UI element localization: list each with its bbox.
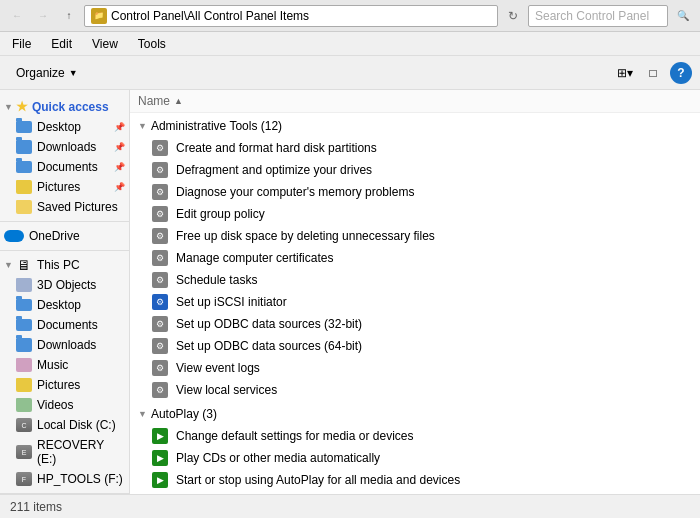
sidebar-hp-tools-f-label: HP_TOOLS (F:)	[37, 472, 123, 486]
item-diagnose-memory[interactable]: ⚙ Diagnose your computer's memory proble…	[130, 181, 700, 203]
sidebar-item-local-disk-c[interactable]: C Local Disk (C:)	[0, 415, 129, 435]
sidebar-item-music[interactable]: Music	[0, 355, 129, 375]
sidebar-item-pictures-quick[interactable]: Pictures 📌	[0, 177, 129, 197]
menu-file[interactable]: File	[8, 35, 35, 53]
sidebar-videos-label: Videos	[37, 398, 73, 412]
content-header: Name ▲	[130, 90, 700, 113]
item-odbc-32[interactable]: ⚙ Set up ODBC data sources (32-bit)	[130, 313, 700, 335]
sidebar-item-pictures-pc[interactable]: Pictures	[0, 375, 129, 395]
content-area: Name ▲ ▼ Administrative Tools (12) ⚙ Cre…	[130, 90, 700, 494]
local-services-tool-icon: ⚙	[152, 382, 168, 398]
item-change-defaults-label: Change default settings for media or dev…	[176, 429, 413, 443]
address-bar[interactable]: 📁 Control Panel\All Control Panel Items	[84, 5, 498, 27]
free-disk-tool-icon: ⚙	[152, 228, 168, 244]
item-create-format-label: Create and format hard disk partitions	[176, 141, 377, 155]
search-button[interactable]: 🔍	[672, 5, 694, 27]
item-icon-change-defaults: ▶	[150, 428, 170, 444]
this-pc-icon: 🖥	[16, 258, 32, 272]
forward-button[interactable]: →	[32, 5, 54, 27]
search-bar[interactable]: Search Control Panel	[528, 5, 668, 27]
item-icon-certificates: ⚙	[150, 250, 170, 266]
pictures-folder-icon	[16, 180, 32, 194]
sidebar: ▼ ★ Quick access Desktop 📌 Downloads 📌 D…	[0, 90, 130, 494]
item-play-cds[interactable]: ▶ Play CDs or other media automatically	[130, 447, 700, 469]
item-odbc-64[interactable]: ⚙ Set up ODBC data sources (64-bit)	[130, 335, 700, 357]
item-manage-certificates[interactable]: ⚙ Manage computer certificates	[130, 247, 700, 269]
item-change-defaults[interactable]: ▶ Change default settings for media or d…	[130, 425, 700, 447]
desktop-pc-icon	[16, 299, 32, 311]
group-backup-restore[interactable]: ▼ Backup and Restore (Windows 7) (2)	[130, 491, 700, 494]
downloads-pc-icon	[16, 338, 32, 352]
sidebar-item-documents-pc[interactable]: Documents	[0, 315, 129, 335]
menu-view[interactable]: View	[88, 35, 122, 53]
odbc32-tool-icon: ⚙	[152, 316, 168, 332]
sidebar-item-saved-label: Saved Pictures	[37, 200, 118, 214]
pin-icon-documents: 📌	[114, 162, 125, 172]
play-cds-tool-icon: ▶	[152, 450, 168, 466]
item-group-policy-label: Edit group policy	[176, 207, 265, 221]
schedule-tool-icon: ⚙	[152, 272, 168, 288]
sidebar-item-recovery-e[interactable]: E RECOVERY (E:)	[0, 435, 129, 469]
item-event-logs[interactable]: ⚙ View event logs	[130, 357, 700, 379]
main-area: ▼ ★ Quick access Desktop 📌 Downloads 📌 D…	[0, 90, 700, 494]
sidebar-item-desktop-pc[interactable]: Desktop	[0, 295, 129, 315]
status-count: 211 items	[10, 500, 62, 514]
this-pc-header[interactable]: ▼ 🖥 This PC	[0, 255, 129, 275]
item-local-services-label: View local services	[176, 383, 277, 397]
sidebar-item-saved-pictures[interactable]: Saved Pictures	[0, 197, 129, 217]
item-schedule-tasks[interactable]: ⚙ Schedule tasks	[130, 269, 700, 291]
sidebar-item-videos[interactable]: Videos	[0, 395, 129, 415]
item-local-services[interactable]: ⚙ View local services	[130, 379, 700, 401]
quick-access-header[interactable]: ▼ ★ Quick access	[0, 96, 129, 117]
back-button[interactable]: ←	[6, 5, 28, 27]
sidebar-item-downloads-pc[interactable]: Downloads	[0, 335, 129, 355]
address-text: Control Panel\All Control Panel Items	[111, 9, 491, 23]
column-name[interactable]: Name ▲	[138, 94, 692, 108]
toolbar: Organize ▼ ⊞▾ □ ?	[0, 56, 700, 90]
refresh-button[interactable]: ↻	[502, 5, 524, 27]
item-start-stop-label: Start or stop using AutoPlay for all med…	[176, 473, 460, 487]
item-defragment[interactable]: ⚙ Defragment and optimize your drives	[130, 159, 700, 181]
sidebar-item-onedrive[interactable]: OneDrive	[0, 226, 129, 246]
menu-tools[interactable]: Tools	[134, 35, 170, 53]
sidebar-item-hp-tools-f[interactable]: F HP_TOOLS (F:)	[0, 469, 129, 489]
sidebar-item-downloads-label: Downloads	[37, 140, 96, 154]
sidebar-documents-pc-label: Documents	[37, 318, 98, 332]
item-event-logs-label: View event logs	[176, 361, 260, 375]
group-autoplay[interactable]: ▼ AutoPlay (3)	[130, 401, 700, 425]
view-pane-button[interactable]: □	[640, 60, 666, 86]
item-start-stop-autoplay[interactable]: ▶ Start or stop using AutoPlay for all m…	[130, 469, 700, 491]
sidebar-local-disk-c-label: Local Disk (C:)	[37, 418, 116, 432]
up-button[interactable]: ↑	[58, 5, 80, 27]
this-pc-chevron-icon: ▼	[4, 260, 13, 270]
item-create-format[interactable]: ⚙ Create and format hard disk partitions	[130, 137, 700, 159]
sidebar-item-downloads-quick[interactable]: Downloads 📌	[0, 137, 129, 157]
group-administrative-tools[interactable]: ▼ Administrative Tools (12)	[130, 113, 700, 137]
item-icon-odbc-64: ⚙	[150, 338, 170, 354]
sidebar-downloads-pc-label: Downloads	[37, 338, 96, 352]
organize-button[interactable]: Organize ▼	[8, 60, 86, 86]
quick-access-star-icon: ★	[16, 99, 28, 114]
sidebar-pictures-pc-label: Pictures	[37, 378, 80, 392]
sidebar-music-label: Music	[37, 358, 68, 372]
menu-edit[interactable]: Edit	[47, 35, 76, 53]
item-group-policy[interactable]: ⚙ Edit group policy	[130, 203, 700, 225]
item-icon-odbc-32: ⚙	[150, 316, 170, 332]
item-schedule-tasks-label: Schedule tasks	[176, 273, 257, 287]
diagnose-tool-icon: ⚙	[152, 184, 168, 200]
group-autoplay-chevron-icon: ▼	[138, 409, 147, 419]
odbc64-tool-icon: ⚙	[152, 338, 168, 354]
sidebar-item-pictures-label: Pictures	[37, 180, 80, 194]
item-iscsi[interactable]: ⚙ Set up iSCSI initiator	[130, 291, 700, 313]
music-icon	[16, 358, 32, 372]
sidebar-recovery-e-label: RECOVERY (E:)	[37, 438, 125, 466]
help-button[interactable]: ?	[670, 62, 692, 84]
item-free-disk-space[interactable]: ⚙ Free up disk space by deleting unneces…	[130, 225, 700, 247]
view-details-button[interactable]: ⊞▾	[612, 60, 638, 86]
search-placeholder: Search Control Panel	[535, 9, 649, 23]
sidebar-item-desktop-quick[interactable]: Desktop 📌	[0, 117, 129, 137]
sidebar-item-documents-quick[interactable]: Documents 📌	[0, 157, 129, 177]
item-icon-local-services: ⚙	[150, 382, 170, 398]
sidebar-item-3d-objects[interactable]: 3D Objects	[0, 275, 129, 295]
defragment-tool-icon: ⚙	[152, 162, 168, 178]
